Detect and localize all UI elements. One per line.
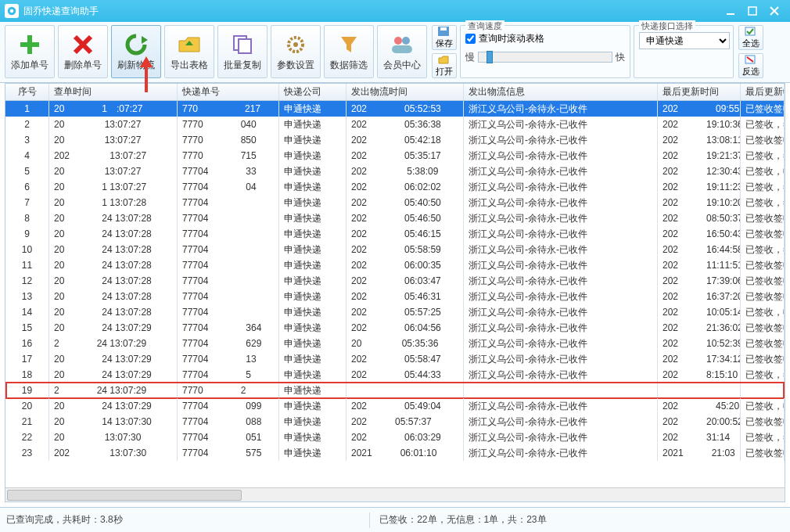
svg-line-24: [747, 57, 753, 62]
window-title: 固乔快递查询助手: [23, 5, 720, 18]
table-row[interactable]: 920 24 13:07:2877704 申通快递202 05:46:15浙江义…: [5, 226, 785, 242]
interface-select[interactable]: 申通快递: [639, 32, 730, 49]
invert-button[interactable]: 反选: [738, 53, 763, 78]
table-row[interactable]: 23202 13:07:3077704 575申通快递2021 06:01:10…: [5, 445, 785, 461]
params-button[interactable]: 参数设置: [271, 25, 321, 78]
table-row[interactable]: 192 24 13:07:297770 2申通快递: [5, 383, 785, 398]
table-row[interactable]: 1720 24 13:07:2977704 13申通快递202 05:58:47…: [5, 351, 785, 367]
table-row[interactable]: 1820 24 13:07:2977704 5申通快递202 05:44:33浙…: [5, 367, 785, 383]
table-row[interactable]: 120 1 :07:27770 217申通快递202 05:52:53浙江义乌公…: [5, 101, 785, 117]
x-icon: [70, 32, 95, 57]
svg-marker-10: [142, 36, 148, 44]
invert-icon: [745, 55, 757, 66]
disk-icon: [438, 27, 451, 38]
batch-copy-button[interactable]: 批量复制: [217, 25, 268, 78]
speed-slider[interactable]: [478, 52, 612, 63]
svg-rect-21: [440, 27, 447, 31]
open-button[interactable]: 打开: [432, 53, 457, 78]
table-row[interactable]: 2020 24 13:07:2977704 099申通快递202 05:49:0…: [5, 398, 785, 414]
scroll-check[interactable]: 查询时滚动表格: [465, 32, 625, 45]
svg-rect-3: [749, 7, 756, 15]
table-row[interactable]: 820 24 13:07:2877704 申通快递202 05:46:50浙江义…: [5, 210, 785, 226]
refresh-button[interactable]: 刷新物流: [111, 25, 161, 78]
titlebar: 固乔快递查询助手: [0, 0, 790, 22]
toolbar: 添加单号 删除单号 刷新物流 导出表格 批量复制 参数设置 数据筛选 会员中心 …: [0, 22, 790, 83]
table-row[interactable]: 162 24 13:07:2977704 629申通快递20 05:35:36浙…: [5, 336, 785, 351]
status-right: 已签收：22单，无信息：1单，共：23单: [379, 513, 546, 527]
users-icon: [390, 32, 415, 57]
table-row[interactable]: 520 13:07:2777704 33申通快递202 5:38:09浙江义乌公…: [5, 164, 785, 179]
svg-point-18: [402, 37, 410, 45]
add-order-button[interactable]: 添加单号: [5, 25, 55, 78]
interface-group: 快递接口选择 申通快递: [634, 25, 734, 78]
app-icon: [5, 4, 19, 18]
plus-icon: [17, 32, 42, 57]
open-icon: [438, 55, 451, 66]
gear-icon: [283, 32, 308, 57]
table-row[interactable]: 1220 24 13:07:2877704 申通快递202 06:03:47浙江…: [5, 273, 785, 289]
select-all-button[interactable]: 全选: [738, 25, 763, 50]
filter-button[interactable]: 数据筛选: [324, 25, 374, 78]
save-button[interactable]: 保存: [432, 25, 457, 50]
svg-rect-19: [392, 45, 412, 53]
table-row[interactable]: 2120 14 13:07:3077704 088申通快递202 05:57:3…: [5, 414, 785, 430]
copy-icon: [230, 32, 255, 57]
funnel-icon: [336, 32, 361, 57]
table-row[interactable]: 220 13:07:277770 040申通快递202 05:36:38浙江义乌…: [5, 117, 785, 132]
status-left: 已查询完成，共耗时：3.8秒: [6, 513, 123, 527]
member-button[interactable]: 会员中心: [377, 25, 427, 78]
table-row[interactable]: 320 13:07:277770 850申通快递202 05:42:18浙江义乌…: [5, 132, 785, 148]
table-row[interactable]: 1320 24 13:07:2877704 申通快递202 05:46:31浙江…: [5, 289, 785, 304]
export-button[interactable]: 导出表格: [164, 25, 214, 78]
svg-marker-16: [341, 37, 357, 52]
svg-point-17: [394, 37, 402, 45]
speed-group: 查询速度 查询时滚动表格 慢 快: [460, 25, 630, 78]
close-button[interactable]: [763, 3, 785, 19]
table-row[interactable]: 620 1 13:07:2777704 04申通快递202 06:02:02浙江…: [5, 179, 785, 195]
grid-header[interactable]: 序号 查单时间 快递单号 快递公司 发出物流时间 发出物流信息 最后更新时间 最…: [5, 84, 785, 101]
maximize-button[interactable]: [742, 3, 763, 19]
grid-body[interactable]: 120 1 :07:27770 217申通快递202 05:52:53浙江义乌公…: [5, 101, 785, 487]
delete-order-button[interactable]: 删除单号: [58, 25, 108, 78]
svg-rect-13: [239, 39, 251, 53]
svg-point-15: [293, 42, 298, 47]
table-row[interactable]: 1020 24 13:07:2877704 申通快递202 05:58:59浙江…: [5, 242, 785, 257]
h-scrollbar[interactable]: [5, 487, 785, 501]
data-grid: 序号 查单时间 快递单号 快递公司 发出物流时间 发出物流信息 最后更新时间 最…: [5, 83, 785, 502]
table-row[interactable]: 2220 13:07:3077704 051申通快递202 06:03:29浙江…: [5, 430, 785, 445]
minimize-button[interactable]: [720, 3, 742, 19]
svg-rect-22: [745, 27, 755, 35]
table-row[interactable]: 1520 24 13:07:2977704 364申通快递202 06:04:5…: [5, 320, 785, 336]
table-row[interactable]: 720 1 13:07:2877704 申通快递202 05:40:50浙江义乌…: [5, 195, 785, 210]
table-row[interactable]: 1420 24 13:07:2877704 申通快递202 05:57:25浙江…: [5, 304, 785, 320]
svg-rect-7: [20, 42, 39, 47]
table-row[interactable]: 1120 24 13:07:2877704 申通快递202 06:00:35浙江…: [5, 257, 785, 273]
folder-icon: [177, 32, 202, 57]
svg-point-1: [10, 9, 14, 13]
statusbar: 已查询完成，共耗时：3.8秒 已签收：22单，无信息：1单，共：23单: [0, 507, 790, 532]
check-icon: [745, 27, 757, 38]
table-row[interactable]: 4202 13:07:277770 715申通快递202 05:35:17浙江义…: [5, 148, 785, 164]
refresh-icon: [124, 32, 149, 57]
